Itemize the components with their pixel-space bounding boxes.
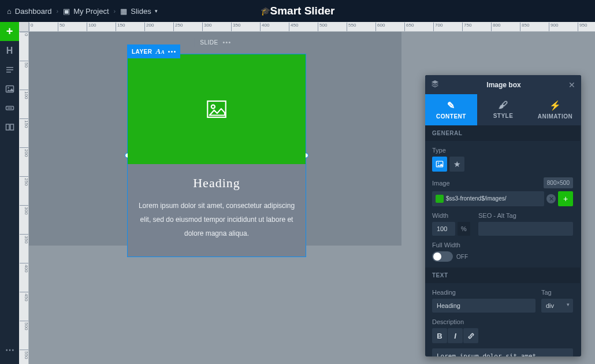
- chevron-right-icon: ›: [56, 8, 58, 14]
- logo-text: Smart Slider: [270, 5, 335, 17]
- tab-animation[interactable]: ⚡ ANIMATION: [529, 94, 581, 125]
- breadcrumb-slides[interactable]: ▦ Slides ▾: [120, 7, 157, 16]
- svg-point-1: [8, 87, 9, 88]
- tag-label: Tag: [541, 289, 573, 296]
- more-icon[interactable]: [223, 42, 230, 43]
- add-button[interactable]: +: [0, 22, 19, 41]
- imagebox-layer[interactable]: Heading Lorem ipsum dolor sit amet, cons…: [127, 54, 306, 257]
- breadcrumb-project[interactable]: ▣ My Project: [63, 7, 109, 16]
- color-swatch: [436, 195, 444, 203]
- home-icon: ⌂: [7, 7, 12, 16]
- panel-header[interactable]: Image box ✕: [425, 75, 581, 94]
- caret-down-icon: ▾: [155, 8, 158, 14]
- button-tool[interactable]: [0, 98, 19, 117]
- row-tool[interactable]: [0, 117, 19, 136]
- fullwidth-label: Full Width: [432, 242, 573, 248]
- layer-tag[interactable]: LAYER AA: [127, 44, 180, 58]
- panel-tabs: ✎ CONTENT 🖌 STYLE ⚡ ANIMATION: [425, 94, 581, 125]
- slide-label[interactable]: SLIDE: [194, 38, 236, 47]
- columns-icon: [5, 122, 14, 132]
- add-image-button[interactable]: +: [558, 191, 573, 206]
- chevron-right-icon: ›: [114, 8, 116, 14]
- close-icon[interactable]: ✕: [568, 80, 575, 90]
- topbar: ⌂ Dashboard › ▣ My Project › ▦ Slides ▾ …: [0, 0, 595, 22]
- more-icon[interactable]: [168, 51, 176, 53]
- image-icon: [5, 84, 14, 94]
- italic-button[interactable]: I: [448, 328, 463, 343]
- type-image-button[interactable]: [432, 157, 447, 172]
- breadcrumb-project-label: My Project: [73, 7, 109, 16]
- slide-label-text: SLIDE: [200, 39, 218, 46]
- tab-content[interactable]: ✎ CONTENT: [425, 94, 477, 125]
- heading-tool[interactable]: H: [0, 41, 19, 60]
- heading-label: Heading: [432, 289, 536, 296]
- ruler-horizontal: 0501001502002503003504004505005506006507…: [19, 22, 595, 32]
- svg-rect-5: [10, 124, 14, 130]
- svg-rect-4: [6, 124, 9, 130]
- clear-image-button[interactable]: ✕: [546, 194, 556, 203]
- section-general-head: GENERAL: [425, 125, 580, 141]
- tab-content-label: CONTENT: [436, 113, 466, 120]
- seo-label: SEO - Alt Tag: [478, 212, 573, 219]
- svg-point-9: [438, 162, 439, 164]
- section-text-head: TEXT: [425, 268, 580, 283]
- breadcrumb-dashboard-label: Dashboard: [15, 7, 52, 16]
- layer-tag-text: LAYER: [132, 49, 152, 55]
- image-placeholder-icon: [204, 97, 229, 121]
- button-icon: [5, 103, 14, 113]
- pencil-icon: ✎: [447, 100, 455, 111]
- tab-style[interactable]: 🖌 STYLE: [477, 94, 529, 125]
- tab-style-label: STYLE: [493, 113, 514, 119]
- more-button[interactable]: ⋯: [0, 340, 19, 359]
- image-icon: [436, 160, 444, 168]
- layers-icon[interactable]: [431, 80, 439, 90]
- breadcrumb-slides-label: Slides: [131, 7, 151, 16]
- image-path-input[interactable]: $ss3-frontend$/images/: [432, 191, 544, 206]
- graduation-cap-icon: 🎓: [261, 6, 270, 16]
- breadcrumb: ⌂ Dashboard › ▣ My Project › ▦ Slides ▾: [7, 7, 158, 16]
- description-label: Description: [432, 318, 573, 325]
- tab-animation-label: ANIMATION: [538, 113, 572, 120]
- link-button[interactable]: [463, 328, 478, 343]
- tag-select[interactable]: div: [541, 299, 573, 313]
- svg-rect-3: [8, 107, 12, 109]
- type-label: Type: [432, 147, 467, 154]
- width-input[interactable]: [432, 222, 455, 236]
- logo: 🎓 Smart Slider: [261, 5, 335, 17]
- image-tool[interactable]: [0, 79, 19, 98]
- breadcrumb-dashboard[interactable]: ⌂ Dashboard: [7, 7, 51, 16]
- image-dimensions: 800×500: [544, 177, 573, 188]
- imagebox-description[interactable]: Lorem ipsum dolor sit amet, consectetur …: [138, 199, 295, 240]
- panel-title: Image box: [439, 81, 568, 89]
- left-toolbar: + H ⋯: [0, 22, 19, 364]
- description-textarea[interactable]: Lorem ipsum dolor sit amet, consectetur …: [432, 348, 573, 356]
- link-icon: [467, 332, 475, 340]
- fullwidth-toggle[interactable]: [432, 251, 453, 262]
- section-general: Type ★ Image 800×500 $ss3-frontend$/imag…: [425, 141, 580, 268]
- type-icon-button[interactable]: ★: [449, 157, 464, 172]
- bolt-icon: ⚡: [549, 100, 561, 111]
- imagebox-text-area[interactable]: Heading Lorem ipsum dolor sit amet, cons…: [128, 164, 306, 257]
- panel-body[interactable]: GENERAL Type ★ Image 800×500 $ss3-fronte…: [425, 125, 581, 356]
- rte-toolbar: B I: [432, 328, 573, 343]
- slide-canvas[interactable]: SLIDE LAYER AA Heading Lorem ipsum dolor…: [29, 32, 401, 246]
- ruler-corner: [19, 22, 29, 32]
- imagebox-heading[interactable]: Heading: [138, 176, 295, 191]
- text-style-icon[interactable]: AA: [155, 47, 165, 56]
- heading-input[interactable]: [432, 299, 536, 313]
- ruler-vertical: 050100150200250300350400450500550: [19, 32, 29, 364]
- seo-input[interactable]: [478, 222, 573, 236]
- image-path-text: $ss3-frontend$/images/: [446, 195, 507, 202]
- inspector-panel[interactable]: Image box ✕ ✎ CONTENT 🖌 STYLE ⚡ ANIMATIO…: [425, 75, 581, 356]
- text-lines-icon: [5, 65, 14, 75]
- image-icon: ▣: [63, 7, 70, 16]
- text-tool[interactable]: [0, 60, 19, 79]
- bold-button[interactable]: B: [432, 328, 447, 343]
- width-unit[interactable]: %: [458, 222, 470, 236]
- width-label: Width: [432, 212, 473, 219]
- grid-icon: ▦: [120, 7, 127, 16]
- fullwidth-state: OFF: [456, 254, 468, 260]
- image-label: Image: [432, 180, 450, 187]
- imagebox-image-area[interactable]: [128, 54, 306, 164]
- svg-point-7: [211, 105, 215, 109]
